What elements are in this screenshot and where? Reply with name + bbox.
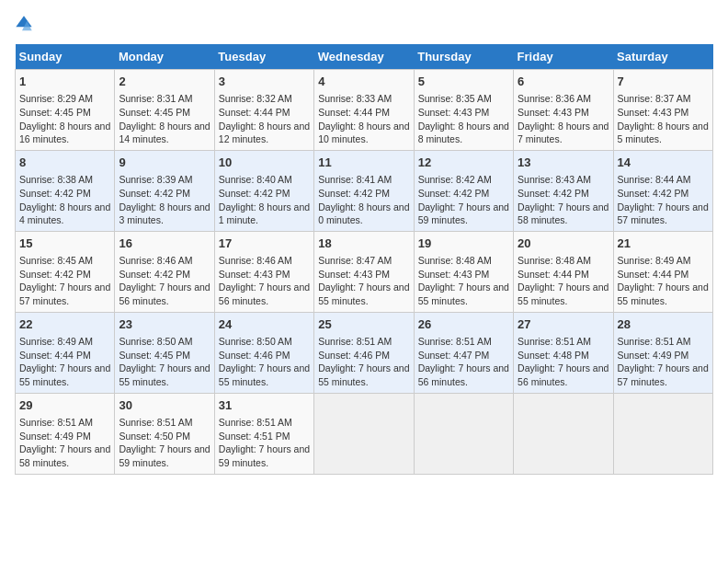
- calendar-cell: [613, 393, 712, 474]
- calendar-cell: 16 Sunrise: 8:46 AM Sunset: 4:42 PM Dayl…: [115, 231, 214, 312]
- sunrise: Sunrise: 8:33 AM: [318, 93, 392, 104]
- calendar-cell: 26 Sunrise: 8:51 AM Sunset: 4:47 PM Dayl…: [414, 312, 513, 393]
- calendar-cell: 23 Sunrise: 8:50 AM Sunset: 4:45 PM Dayl…: [115, 312, 214, 393]
- sunrise: Sunrise: 8:49 AM: [19, 336, 93, 347]
- column-header-friday: Friday: [514, 44, 613, 70]
- sunrise: Sunrise: 8:51 AM: [618, 336, 691, 347]
- sunrise: Sunrise: 8:50 AM: [219, 336, 292, 347]
- day-number: 7: [618, 74, 709, 90]
- sunset: Sunset: 4:42 PM: [518, 188, 589, 199]
- calendar-cell: 11 Sunrise: 8:41 AM Sunset: 4:42 PM Dayl…: [314, 150, 414, 231]
- sunset: Sunset: 4:43 PM: [219, 269, 290, 280]
- sunrise: Sunrise: 8:39 AM: [119, 174, 192, 185]
- calendar-cell: 4 Sunrise: 8:33 AM Sunset: 4:44 PM Dayli…: [314, 70, 414, 151]
- daylight: Daylight: 7 hours and 56 minutes.: [518, 362, 609, 387]
- daylight: Daylight: 7 hours and 55 minutes.: [518, 282, 609, 306]
- day-number: 5: [418, 74, 509, 90]
- day-number: 23: [119, 316, 210, 333]
- sunrise: Sunrise: 8:38 AM: [19, 174, 93, 185]
- sunset: Sunset: 4:43 PM: [418, 107, 490, 118]
- calendar-cell: 15 Sunrise: 8:45 AM Sunset: 4:42 PM Dayl…: [16, 231, 115, 312]
- calendar-cell: [514, 393, 613, 474]
- sunrise: Sunrise: 8:51 AM: [418, 336, 492, 347]
- sunrise: Sunrise: 8:42 AM: [418, 174, 492, 185]
- daylight: Daylight: 7 hours and 55 minutes.: [219, 362, 310, 387]
- column-header-tuesday: Tuesday: [214, 44, 313, 70]
- calendar-cell: 6 Sunrise: 8:36 AM Sunset: 4:43 PM Dayli…: [514, 70, 613, 151]
- daylight: Daylight: 8 hours and 10 minutes.: [318, 121, 409, 145]
- day-number: 8: [19, 155, 110, 171]
- daylight: Daylight: 7 hours and 55 minutes.: [318, 282, 409, 306]
- day-number: 24: [219, 316, 310, 333]
- sunset: Sunset: 4:45 PM: [119, 107, 190, 118]
- sunrise: Sunrise: 8:31 AM: [119, 93, 192, 104]
- sunset: Sunset: 4:44 PM: [618, 269, 689, 280]
- calendar-cell: 5 Sunrise: 8:35 AM Sunset: 4:43 PM Dayli…: [414, 70, 513, 151]
- logo-icon: [15, 15, 33, 33]
- daylight: Daylight: 7 hours and 56 minutes.: [418, 362, 509, 387]
- sunset: Sunset: 4:44 PM: [19, 350, 91, 361]
- sunrise: Sunrise: 8:48 AM: [418, 255, 492, 266]
- sunrise: Sunrise: 8:35 AM: [418, 93, 492, 104]
- daylight: Daylight: 7 hours and 59 minutes.: [219, 443, 310, 468]
- day-number: 13: [518, 155, 609, 171]
- calendar-cell: 28 Sunrise: 8:51 AM Sunset: 4:49 PM Dayl…: [613, 312, 712, 393]
- daylight: Daylight: 7 hours and 55 minutes.: [19, 362, 110, 387]
- daylight: Daylight: 8 hours and 7 minutes.: [518, 121, 609, 145]
- calendar-cell: 19 Sunrise: 8:48 AM Sunset: 4:43 PM Dayl…: [414, 231, 513, 312]
- day-number: 12: [418, 155, 509, 171]
- sunrise: Sunrise: 8:51 AM: [219, 417, 292, 428]
- column-header-thursday: Thursday: [414, 44, 513, 70]
- sunrise: Sunrise: 8:51 AM: [518, 336, 591, 347]
- daylight: Daylight: 7 hours and 55 minutes.: [418, 282, 509, 306]
- column-header-wednesday: Wednesday: [314, 44, 414, 70]
- day-number: 17: [219, 236, 310, 252]
- daylight: Daylight: 7 hours and 56 minutes.: [119, 282, 210, 306]
- calendar-cell: 12 Sunrise: 8:42 AM Sunset: 4:42 PM Dayl…: [414, 150, 513, 231]
- sunrise: Sunrise: 8:51 AM: [19, 417, 93, 428]
- sunset: Sunset: 4:42 PM: [618, 188, 689, 199]
- calendar-cell: 14 Sunrise: 8:44 AM Sunset: 4:42 PM Dayl…: [613, 150, 712, 231]
- sunset: Sunset: 4:42 PM: [119, 188, 190, 199]
- daylight: Daylight: 7 hours and 59 minutes.: [418, 201, 509, 226]
- calendar-cell: 10 Sunrise: 8:40 AM Sunset: 4:42 PM Dayl…: [214, 150, 313, 231]
- sunset: Sunset: 4:42 PM: [219, 188, 290, 199]
- sunset: Sunset: 4:44 PM: [518, 269, 589, 280]
- sunrise: Sunrise: 8:51 AM: [119, 417, 192, 428]
- column-header-monday: Monday: [115, 44, 214, 70]
- daylight: Daylight: 7 hours and 57 minutes.: [618, 201, 709, 226]
- calendar-table: SundayMondayTuesdayWednesdayThursdayFrid…: [15, 44, 713, 475]
- day-number: 27: [518, 316, 609, 333]
- calendar-cell: 27 Sunrise: 8:51 AM Sunset: 4:48 PM Dayl…: [514, 312, 613, 393]
- column-header-saturday: Saturday: [613, 44, 712, 70]
- sunrise: Sunrise: 8:51 AM: [318, 336, 392, 347]
- daylight: Daylight: 8 hours and 3 minutes.: [119, 201, 210, 226]
- sunset: Sunset: 4:48 PM: [518, 350, 589, 361]
- sunrise: Sunrise: 8:37 AM: [618, 93, 691, 104]
- day-number: 19: [418, 236, 509, 252]
- day-number: 2: [119, 74, 210, 90]
- sunset: Sunset: 4:50 PM: [119, 431, 190, 442]
- daylight: Daylight: 7 hours and 55 minutes.: [618, 282, 709, 306]
- calendar-cell: [414, 393, 513, 474]
- sunset: Sunset: 4:42 PM: [119, 269, 190, 280]
- sunset: Sunset: 4:46 PM: [318, 350, 390, 361]
- calendar-cell: 24 Sunrise: 8:50 AM Sunset: 4:46 PM Dayl…: [214, 312, 313, 393]
- sunrise: Sunrise: 8:29 AM: [19, 93, 93, 104]
- day-number: 22: [19, 316, 110, 333]
- day-number: 15: [19, 236, 110, 252]
- day-number: 16: [119, 236, 210, 252]
- day-number: 6: [518, 74, 609, 90]
- sunrise: Sunrise: 8:43 AM: [518, 174, 591, 185]
- calendar-cell: [314, 393, 414, 474]
- calendar-cell: 17 Sunrise: 8:46 AM Sunset: 4:43 PM Dayl…: [214, 231, 313, 312]
- day-number: 20: [518, 236, 609, 252]
- daylight: Daylight: 7 hours and 55 minutes.: [318, 362, 409, 387]
- day-number: 4: [318, 74, 409, 90]
- sunset: Sunset: 4:42 PM: [418, 188, 490, 199]
- sunset: Sunset: 4:43 PM: [618, 107, 689, 118]
- sunset: Sunset: 4:45 PM: [19, 107, 91, 118]
- page-header: [15, 15, 713, 33]
- sunset: Sunset: 4:46 PM: [219, 350, 290, 361]
- calendar-cell: 29 Sunrise: 8:51 AM Sunset: 4:49 PM Dayl…: [16, 393, 115, 474]
